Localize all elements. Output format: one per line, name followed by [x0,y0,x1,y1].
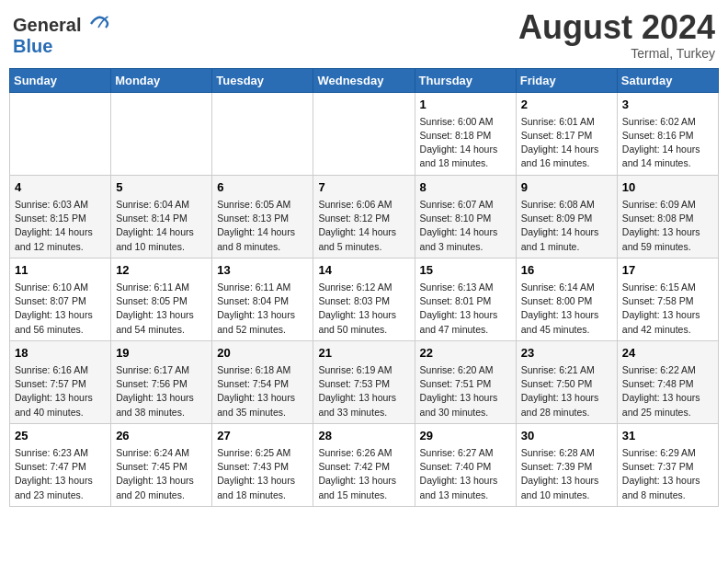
day-number: 22 [420,345,511,362]
weekday-header-wednesday: Wednesday [313,68,415,92]
day-info: Sunrise: 6:23 AM Sunset: 7:47 PM Dayligh… [15,446,106,502]
calendar-cell: 20Sunrise: 6:18 AM Sunset: 7:54 PM Dayli… [212,340,313,423]
day-number: 4 [15,179,106,196]
calendar-cell: 4Sunrise: 6:03 AM Sunset: 8:15 PM Daylig… [10,175,111,258]
day-number: 19 [116,345,207,362]
day-number: 14 [318,262,409,279]
calendar-cell: 5Sunrise: 6:04 AM Sunset: 8:14 PM Daylig… [111,175,212,258]
day-info: Sunrise: 6:21 AM Sunset: 7:50 PM Dayligh… [521,363,612,419]
day-number: 29 [420,428,511,444]
day-info: Sunrise: 6:22 AM Sunset: 7:48 PM Dayligh… [622,363,713,419]
weekday-header-tuesday: Tuesday [212,68,313,92]
day-info: Sunrise: 6:05 AM Sunset: 8:13 PM Dayligh… [217,198,308,254]
day-info: Sunrise: 6:11 AM Sunset: 8:04 PM Dayligh… [217,281,308,337]
day-info: Sunrise: 6:07 AM Sunset: 8:10 PM Dayligh… [420,198,511,254]
day-info: Sunrise: 6:00 AM Sunset: 8:18 PM Dayligh… [420,115,511,171]
day-info: Sunrise: 6:10 AM Sunset: 8:07 PM Dayligh… [15,281,106,337]
calendar-cell: 12Sunrise: 6:11 AM Sunset: 8:05 PM Dayli… [111,258,212,340]
day-number: 8 [420,179,511,196]
day-number: 17 [622,262,713,279]
calendar-cell: 15Sunrise: 6:13 AM Sunset: 8:01 PM Dayli… [415,258,516,340]
calendar-cell: 17Sunrise: 6:15 AM Sunset: 7:58 PM Dayli… [617,258,718,340]
day-info: Sunrise: 6:25 AM Sunset: 7:43 PM Dayligh… [217,446,308,502]
calendar-cell: 31Sunrise: 6:29 AM Sunset: 7:37 PM Dayli… [617,423,718,506]
calendar-cell: 9Sunrise: 6:08 AM Sunset: 8:09 PM Daylig… [516,175,617,258]
day-info: Sunrise: 6:26 AM Sunset: 7:42 PM Dayligh… [318,446,409,502]
month-year-title: August 2024 [518,9,715,46]
calendar-cell: 3Sunrise: 6:02 AM Sunset: 8:16 PM Daylig… [617,92,718,175]
calendar-cell: 21Sunrise: 6:19 AM Sunset: 7:53 PM Dayli… [313,340,415,423]
day-number: 6 [217,179,308,196]
day-number: 1 [420,97,511,113]
calendar-cell: 7Sunrise: 6:06 AM Sunset: 8:12 PM Daylig… [313,175,415,258]
day-info: Sunrise: 6:24 AM Sunset: 7:45 PM Dayligh… [116,446,207,502]
day-number: 28 [318,428,409,444]
day-number: 9 [521,179,612,196]
day-info: Sunrise: 6:18 AM Sunset: 7:54 PM Dayligh… [217,363,308,419]
calendar-week-row: 25Sunrise: 6:23 AM Sunset: 7:47 PM Dayli… [10,423,719,506]
day-number: 25 [15,428,106,444]
calendar-cell [111,92,212,175]
calendar-cell: 14Sunrise: 6:12 AM Sunset: 8:03 PM Dayli… [313,258,415,340]
day-info: Sunrise: 6:11 AM Sunset: 8:05 PM Dayligh… [116,281,207,337]
day-info: Sunrise: 6:14 AM Sunset: 8:00 PM Dayligh… [521,281,612,337]
calendar-week-row: 11Sunrise: 6:10 AM Sunset: 8:07 PM Dayli… [10,258,719,340]
day-info: Sunrise: 6:08 AM Sunset: 8:09 PM Dayligh… [521,198,612,254]
day-info: Sunrise: 6:16 AM Sunset: 7:57 PM Dayligh… [15,363,106,419]
day-number: 24 [622,345,713,362]
calendar-week-row: 18Sunrise: 6:16 AM Sunset: 7:57 PM Dayli… [10,340,719,423]
calendar-week-row: 1Sunrise: 6:00 AM Sunset: 8:18 PM Daylig… [10,92,719,175]
calendar-cell: 13Sunrise: 6:11 AM Sunset: 8:04 PM Dayli… [212,258,313,340]
logo-text-blue: Blue [13,36,52,56]
calendar-cell: 18Sunrise: 6:16 AM Sunset: 7:57 PM Dayli… [10,340,111,423]
calendar-week-row: 4Sunrise: 6:03 AM Sunset: 8:15 PM Daylig… [10,175,719,258]
day-number: 11 [15,262,106,279]
day-number: 31 [622,428,713,444]
page-header: General Blue August 2024 Termal, Turkey [9,9,719,61]
calendar-cell: 29Sunrise: 6:27 AM Sunset: 7:40 PM Dayli… [415,423,516,506]
day-number: 15 [420,262,511,279]
day-number: 7 [318,179,409,196]
day-info: Sunrise: 6:17 AM Sunset: 7:56 PM Dayligh… [116,363,207,419]
weekday-header-row: SundayMondayTuesdayWednesdayThursdayFrid… [10,68,719,92]
calendar-cell: 24Sunrise: 6:22 AM Sunset: 7:48 PM Dayli… [617,340,718,423]
logo-text-general: General [13,15,81,35]
day-number: 27 [217,428,308,444]
day-info: Sunrise: 6:09 AM Sunset: 8:08 PM Dayligh… [622,198,713,254]
day-info: Sunrise: 6:28 AM Sunset: 7:39 PM Dayligh… [521,446,612,502]
day-info: Sunrise: 6:12 AM Sunset: 8:03 PM Dayligh… [318,281,409,337]
day-number: 12 [116,262,207,279]
weekday-header-friday: Friday [516,68,617,92]
calendar-cell: 2Sunrise: 6:01 AM Sunset: 8:17 PM Daylig… [516,92,617,175]
day-number: 21 [318,345,409,362]
day-info: Sunrise: 6:27 AM Sunset: 7:40 PM Dayligh… [420,446,511,502]
day-info: Sunrise: 6:06 AM Sunset: 8:12 PM Dayligh… [318,198,409,254]
calendar-cell: 30Sunrise: 6:28 AM Sunset: 7:39 PM Dayli… [516,423,617,506]
day-info: Sunrise: 6:19 AM Sunset: 7:53 PM Dayligh… [318,363,409,419]
calendar-cell: 27Sunrise: 6:25 AM Sunset: 7:43 PM Dayli… [212,423,313,506]
day-info: Sunrise: 6:15 AM Sunset: 7:58 PM Dayligh… [622,281,713,337]
calendar-cell: 19Sunrise: 6:17 AM Sunset: 7:56 PM Dayli… [111,340,212,423]
day-info: Sunrise: 6:04 AM Sunset: 8:14 PM Dayligh… [116,198,207,254]
day-number: 30 [521,428,612,444]
day-number: 5 [116,179,207,196]
location-subtitle: Termal, Turkey [518,46,715,61]
calendar-cell: 10Sunrise: 6:09 AM Sunset: 8:08 PM Dayli… [617,175,718,258]
day-number: 23 [521,345,612,362]
day-number: 18 [15,345,106,362]
day-info: Sunrise: 6:20 AM Sunset: 7:51 PM Dayligh… [420,363,511,419]
weekday-header-sunday: Sunday [10,68,111,92]
day-number: 16 [521,262,612,279]
calendar-cell: 6Sunrise: 6:05 AM Sunset: 8:13 PM Daylig… [212,175,313,258]
day-number: 13 [217,262,308,279]
logo-icon [87,9,109,31]
calendar-cell: 26Sunrise: 6:24 AM Sunset: 7:45 PM Dayli… [111,423,212,506]
day-info: Sunrise: 6:03 AM Sunset: 8:15 PM Dayligh… [15,198,106,254]
title-block: August 2024 Termal, Turkey [518,9,715,61]
weekday-header-monday: Monday [111,68,212,92]
calendar-cell: 8Sunrise: 6:07 AM Sunset: 8:10 PM Daylig… [415,175,516,258]
day-number: 2 [521,97,612,113]
day-number: 10 [622,179,713,196]
calendar-cell [10,92,111,175]
calendar-table: SundayMondayTuesdayWednesdayThursdayFrid… [9,68,719,507]
